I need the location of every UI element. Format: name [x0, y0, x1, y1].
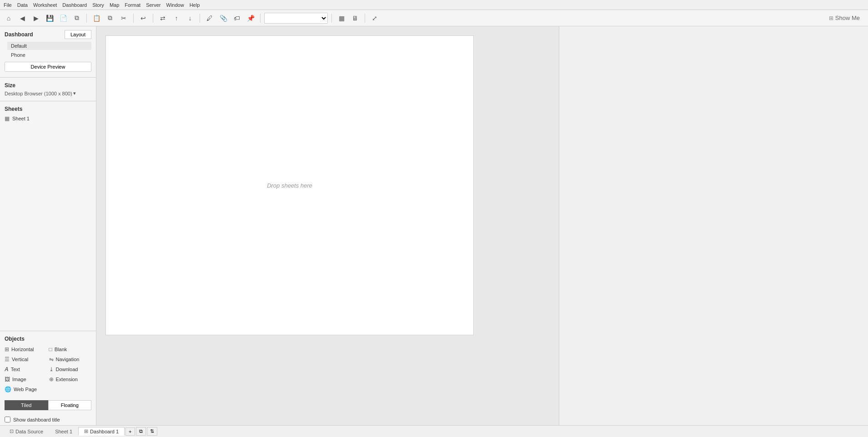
menu-server[interactable]: Server — [146, 2, 161, 8]
empty-object — [49, 385, 92, 394]
webpage-label: Web Page — [14, 387, 37, 392]
menu-window[interactable]: Window — [166, 2, 184, 8]
show-dashboard-label: Show dashboard title — [13, 417, 60, 422]
horizontal-object[interactable]: ⊞ Horizontal — [5, 345, 47, 354]
highlight-btn[interactable]: 🖊 — [204, 12, 216, 24]
font-dropdown[interactable] — [264, 13, 328, 24]
menu-story[interactable]: Story — [92, 2, 104, 8]
tooltip-btn[interactable]: 📎 — [217, 12, 229, 24]
device-btn[interactable]: 🖥 — [349, 12, 361, 24]
duplicate-btn[interactable]: ⧉ — [71, 12, 83, 24]
menu-data[interactable]: Data — [17, 2, 28, 8]
sheet-icon: ▦ — [5, 115, 10, 122]
menu-format[interactable]: Format — [125, 2, 140, 8]
divider5 — [260, 14, 261, 23]
dashboard1-tab[interactable]: ⊞ Dashboard 1 — [78, 427, 125, 436]
menu-help[interactable]: Help — [190, 2, 200, 8]
canvas-area: Drop sheets here — [96, 26, 559, 425]
data-source-tab[interactable]: ⊡ Data Source — [4, 427, 49, 436]
objects-section: Objects ⊞ Horizontal □ Blank ☰ Vertical … — [0, 333, 96, 397]
menu-bar: File Data Worksheet Dashboard Story Map … — [0, 0, 868, 10]
status-bar: ⊡ Data Source Sheet 1 ⊞ Dashboard 1 + ⧉ … — [0, 425, 868, 437]
dashboard-canvas[interactable]: Drop sheets here — [105, 35, 474, 335]
size-label: Size — [5, 82, 91, 89]
dashboard1-icon: ⊞ — [84, 428, 88, 434]
right-panel — [559, 26, 868, 425]
webpage-icon: 🌐 — [5, 386, 11, 392]
data-source-icon: ⊡ — [10, 428, 14, 434]
divider4 — [200, 14, 200, 23]
size-arrow-icon: ▾ — [73, 90, 76, 96]
size-value-row[interactable]: Desktop Browser (1000 x 800) ▾ — [5, 90, 91, 96]
divider1 — [86, 14, 87, 23]
divider-sheets — [0, 101, 96, 101]
text-object[interactable]: A Text — [5, 365, 47, 374]
show-me-icon: ⊞ — [829, 15, 833, 21]
dashboard-label: Dashboard — [5, 31, 33, 38]
label-btn[interactable]: 🏷 — [231, 12, 243, 24]
duplicate-sheet-btn[interactable]: ⧉ — [136, 427, 146, 436]
navigation-object[interactable]: ⇋ Navigation — [49, 355, 92, 364]
text-icon: A — [5, 366, 9, 372]
download-object[interactable]: ⤓ Download — [49, 365, 92, 374]
undo-btn[interactable]: ↩ — [137, 12, 149, 24]
swap-sheet-btn[interactable]: ⇅ — [147, 427, 157, 436]
blank-label: Blank — [55, 347, 67, 352]
vertical-label: Vertical — [12, 357, 28, 362]
phone-item[interactable]: Phone — [7, 51, 91, 59]
divider6 — [331, 14, 332, 23]
save-btn[interactable]: 💾 — [44, 12, 55, 24]
image-object[interactable]: 🖼 Image — [5, 375, 47, 384]
tiled-button[interactable]: Tiled — [5, 400, 48, 410]
device-preview-button[interactable]: Device Preview — [5, 62, 91, 72]
vertical-icon: ☰ — [5, 356, 10, 363]
sheet-1-label: Sheet 1 — [12, 116, 30, 121]
navigation-label: Navigation — [56, 357, 80, 362]
swap-btn[interactable]: ⇄ — [157, 12, 169, 24]
pin-btn[interactable]: 📌 — [245, 12, 256, 24]
sheet-1-item[interactable]: ▦ Sheet 1 — [5, 114, 91, 123]
vertical-object[interactable]: ☰ Vertical — [5, 355, 47, 364]
share-btn[interactable]: ⤢ — [369, 12, 381, 24]
download-label: Download — [56, 367, 78, 372]
divider-size — [0, 77, 96, 78]
sheet1-tab[interactable]: Sheet 1 — [49, 427, 78, 436]
paste-btn[interactable]: 📋 — [90, 12, 102, 24]
extension-object[interactable]: ⊕ Extension — [49, 375, 92, 384]
floating-button[interactable]: Floating — [48, 400, 92, 410]
menu-map[interactable]: Map — [110, 2, 119, 8]
blank-object[interactable]: □ Blank — [49, 345, 92, 354]
size-value-text: Desktop Browser (1000 x 800) — [5, 91, 72, 96]
spacer — [0, 126, 96, 329]
default-item[interactable]: Default — [7, 42, 91, 50]
home-btn[interactable]: ⌂ — [3, 12, 15, 24]
menu-file[interactable]: File — [4, 2, 12, 8]
objects-grid: ⊞ Horizontal □ Blank ☰ Vertical ⇋ Naviga… — [5, 345, 91, 394]
new-btn[interactable]: 📄 — [57, 12, 69, 24]
menu-worksheet[interactable]: Worksheet — [33, 2, 57, 8]
divider7 — [365, 14, 365, 23]
layout-tab[interactable]: Layout — [65, 30, 91, 39]
left-sidebar: Dashboard Layout Default Phone Device Pr… — [0, 26, 96, 425]
sort-asc-btn[interactable]: ↑ — [171, 12, 182, 24]
divider-objects — [0, 331, 96, 331]
divider3 — [153, 14, 153, 23]
copy-btn[interactable]: ⧉ — [104, 12, 116, 24]
bar-chart-btn[interactable]: ▦ — [336, 12, 347, 24]
blank-icon: □ — [49, 346, 52, 353]
back-btn[interactable]: ◀ — [16, 12, 28, 24]
main-area: Dashboard Layout Default Phone Device Pr… — [0, 26, 868, 425]
objects-label: Objects — [5, 336, 91, 342]
webpage-object[interactable]: 🌐 Web Page — [5, 385, 47, 394]
device-preview-row: Device Preview — [0, 60, 96, 75]
add-sheet-btn[interactable]: + — [125, 427, 135, 436]
sheets-section: Sheets ▦ Sheet 1 — [0, 103, 96, 126]
menu-dashboard[interactable]: Dashboard — [62, 2, 87, 8]
extension-icon: ⊕ — [49, 376, 54, 382]
horizontal-icon: ⊞ — [5, 346, 9, 353]
show-dashboard-checkbox[interactable] — [5, 417, 10, 422]
sort-desc-btn[interactable]: ↓ — [184, 12, 196, 24]
forward-btn[interactable]: ▶ — [30, 12, 42, 24]
show-me-button[interactable]: ⊞ Show Me — [823, 13, 865, 23]
cut-btn[interactable]: ✂ — [118, 12, 130, 24]
